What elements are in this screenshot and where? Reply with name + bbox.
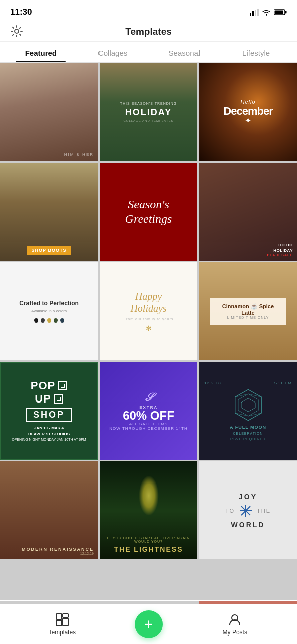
nav-my-posts-label: My Posts xyxy=(223,629,247,636)
holiday-subtext: COLLAGE AND TEMPLATES xyxy=(123,119,173,122)
template-card-moon[interactable]: 12.2.18 7-11 PM A FULL MOON CELEBRATION … xyxy=(199,362,297,460)
template-card-hoho[interactable]: HO HO HOLIDAY PLAID SALE xyxy=(199,163,297,261)
template-card-lightness[interactable]: IF YOU COULD START ALL OVER AGAIN WOULD … xyxy=(100,461,197,559)
nav-add[interactable]: + xyxy=(135,610,163,638)
happy-line2: Holidays xyxy=(130,302,166,314)
cinnamon-sub: LIMITED TIME ONLY xyxy=(216,316,281,319)
joy-line1: JOY xyxy=(239,493,257,501)
renaissance-date: 12.12.19 xyxy=(22,552,94,555)
crafted-title: Crafted to Perfection xyxy=(19,300,79,307)
svg-rect-6 xyxy=(275,11,283,14)
tabs-bar: Featured Collages Seasonal Lifestyle xyxy=(0,42,297,63)
bottom-nav: Templates + My Posts xyxy=(0,604,297,644)
greetings-text: Season's Greetings xyxy=(107,197,190,226)
svg-line-11 xyxy=(235,394,248,397)
cinnamon-box: Cinnamon ☕ Spice Latte LIMITED TIME ONLY xyxy=(210,298,287,325)
add-icon: + xyxy=(144,617,153,632)
popup-box-1 xyxy=(58,381,67,390)
snowflake-icon xyxy=(239,504,253,518)
status-time: 11:30 xyxy=(10,7,32,17)
tab-seasonal[interactable]: Seasonal xyxy=(149,42,221,62)
popup-shop: SHOP xyxy=(26,408,72,422)
svg-line-14 xyxy=(235,413,248,416)
sale-desc: ALL SALE ITEMS xyxy=(129,422,168,426)
renaissance-title: MODERN RENAISSANCE xyxy=(22,547,94,552)
moon-subtitle: CELEBRATION xyxy=(233,432,263,435)
popup-up: UP xyxy=(35,392,51,406)
template-card-renaissance[interactable]: MODERN RENAISSANCE 12.12.19 xyxy=(0,461,98,559)
tab-lifestyle[interactable]: Lifestyle xyxy=(220,42,292,62)
svg-line-13 xyxy=(248,413,261,416)
svg-rect-21 xyxy=(63,614,68,617)
svg-rect-0 xyxy=(250,13,251,16)
templates-icon xyxy=(55,613,69,627)
joy-to-the: TO THE xyxy=(225,504,271,518)
hoho-line1: HO HO xyxy=(267,243,293,248)
svg-rect-2 xyxy=(255,10,256,16)
nav-templates[interactable]: Templates xyxy=(0,613,125,636)
status-bar: 11:30 xyxy=(0,0,297,22)
template-card-happy-holidays[interactable]: Happy Holidays From our family to yours … xyxy=(100,262,197,360)
template-card-cinnamon[interactable]: Cinnamon ☕ Spice Latte LIMITED TIME ONLY xyxy=(199,262,297,360)
svg-rect-23 xyxy=(63,618,68,626)
sale-s-icon: 𝒮 xyxy=(145,391,152,404)
moon-geometry xyxy=(231,387,266,423)
svg-rect-22 xyxy=(56,620,62,626)
svg-point-19 xyxy=(244,509,247,512)
svg-rect-20 xyxy=(56,614,62,619)
template-card-popup[interactable]: POP UP SHOP JAN 10 - MAR 4 BEAVER ST STU… xyxy=(0,362,98,460)
joy-line2: WORLD xyxy=(231,521,265,529)
happy-decor: ✻ xyxy=(146,324,152,332)
my-posts-icon xyxy=(228,613,242,627)
page-title: Templates xyxy=(125,26,172,37)
svg-rect-1 xyxy=(252,11,254,16)
svg-rect-5 xyxy=(285,11,287,14)
header: Templates xyxy=(0,22,297,42)
svg-rect-3 xyxy=(257,9,259,16)
popup-pop: POP xyxy=(31,379,55,392)
settings-button[interactable] xyxy=(10,25,23,39)
svg-marker-10 xyxy=(241,398,255,412)
template-card-december[interactable]: Hello December ✦ xyxy=(199,63,297,161)
template-grid: HIM & HER THIS SEASON'S TRENDING HOLIDAY… xyxy=(0,63,297,600)
add-button[interactable]: + xyxy=(135,610,163,638)
template-card-joy[interactable]: JOY TO THE WORLD xyxy=(199,461,297,559)
gear-icon xyxy=(10,25,23,38)
tab-featured[interactable]: Featured xyxy=(5,42,77,62)
moon-date: 12.2.18 xyxy=(204,381,221,385)
moon-title: A FULL MOON xyxy=(230,425,266,430)
holiday-subtitle: THIS SEASON'S TRENDING xyxy=(120,102,177,105)
sale-note: NOW THROUGH DECEMBER 14TH xyxy=(109,426,187,431)
template-card-boots[interactable]: SHOP BOOTS xyxy=(0,163,98,261)
cinnamon-title: Cinnamon ☕ Spice Latte xyxy=(216,303,281,316)
popup-dates: JAN 10 - MAR 4 BEAVER ST STUDIOS OPENING… xyxy=(12,425,86,443)
nav-my-posts[interactable]: My Posts xyxy=(173,613,298,636)
template-card-holiday[interactable]: THIS SEASON'S TRENDING HOLIDAY COLLAGE A… xyxy=(100,63,197,161)
happy-sub: From our family to yours xyxy=(124,317,173,321)
lightness-sub: IF YOU COULD START ALL OVER AGAIN WOULD … xyxy=(106,536,191,543)
moon-time: 7-11 PM xyxy=(273,381,292,385)
battery-icon xyxy=(274,9,287,16)
template-card-crafted[interactable]: Crafted to Perfection Available in 5 col… xyxy=(0,262,98,360)
tab-collages[interactable]: Collages xyxy=(77,42,149,62)
svg-point-7 xyxy=(15,29,19,33)
sale-percent: 60% OFF xyxy=(123,410,174,422)
december-hello: Hello xyxy=(240,99,255,105)
boots-badge: SHOP BOOTS xyxy=(27,246,72,255)
template-card-sale[interactable]: 𝒮 EXTRA 60% OFF ALL SALE ITEMS NOW THROU… xyxy=(100,362,197,460)
template-card-greetings[interactable]: Season's Greetings xyxy=(100,163,197,261)
him-her-label: HIM & HER xyxy=(64,152,94,157)
nav-templates-label: Templates xyxy=(48,629,76,636)
lightness-title: THE LIGHTNESS xyxy=(106,545,191,553)
template-card-him-her[interactable]: HIM & HER xyxy=(0,63,98,161)
hoho-sub: PLAID SALE xyxy=(267,253,293,257)
happy-line1: Happy xyxy=(135,290,162,302)
color-dots xyxy=(34,318,64,323)
moon-rsvp: RSVP REQUIRED xyxy=(230,437,266,441)
holiday-title: HOLIDAY xyxy=(125,107,172,118)
wifi-icon xyxy=(262,9,271,16)
signal-icon xyxy=(250,9,259,16)
crafted-sub: Available in 5 colors xyxy=(31,309,67,313)
svg-line-12 xyxy=(248,394,261,397)
status-icons xyxy=(250,9,287,16)
